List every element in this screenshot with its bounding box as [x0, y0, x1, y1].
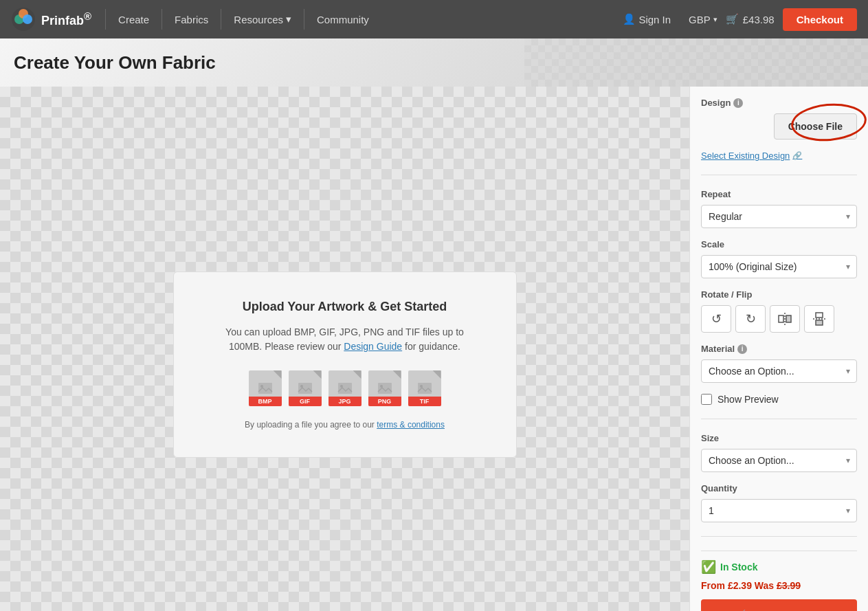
jpg-icon: JPG — [329, 368, 361, 406]
size-dropdown-wrap: Choose an Option... ▾ — [701, 449, 857, 472]
person-icon: 👤 — [623, 13, 636, 25]
material-dropdown[interactable]: Choose an Option... — [701, 359, 857, 383]
gif-label: GIF — [289, 397, 322, 406]
upload-box: Upload Your Artwork & Get Started You ca… — [173, 271, 517, 458]
rotate-ccw-button[interactable]: ↺ — [701, 305, 731, 333]
svg-rect-15 — [786, 315, 791, 322]
add-to-basket-button[interactable]: 🛒 Add to Basket — [701, 599, 857, 611]
jpg-label: JPG — [329, 397, 361, 406]
currency-selector[interactable]: GBP ▾ — [689, 14, 717, 25]
stock-section: ✅ In Stock From £2.39 Was £3.99 🛒 Add to… — [701, 551, 857, 611]
rotate-flip-buttons: ↺ ↻ — [701, 305, 857, 333]
price-row: From £2.39 Was £3.99 — [701, 580, 857, 591]
design-label: Design i — [701, 98, 857, 108]
repeat-label: Repeat — [701, 189, 857, 199]
terms-link[interactable]: terms & conditions — [377, 420, 445, 430]
size-section: Size Choose an Option... ▾ — [701, 433, 857, 472]
quantity-section: Quantity 1 2 3 ▾ — [701, 483, 857, 522]
canvas-area: Upload Your Artwork & Get Started You ca… — [0, 87, 689, 611]
scale-dropdown[interactable]: 100% (Original Size) — [701, 255, 857, 278]
sidebar-divider-3 — [701, 536, 857, 537]
material-info-icon[interactable]: i — [737, 344, 747, 354]
nav-divider-1 — [105, 9, 106, 30]
rotate-flip-section: Rotate / Flip ↺ ↻ — [701, 289, 857, 333]
main-layout: Upload Your Artwork & Get Started You ca… — [0, 87, 868, 611]
upload-description: You can upload BMP, GIF, JPG, PNG and TI… — [208, 325, 482, 354]
chevron-down-icon: ▾ — [286, 13, 291, 25]
png-icon: PNG — [368, 368, 401, 406]
gif-icon: GIF — [289, 368, 322, 406]
design-guide-link[interactable]: Design Guide — [344, 341, 402, 352]
repeat-dropdown-wrap: Regular ▾ — [701, 205, 857, 228]
nav-right: 👤 Sign In GBP ▾ 🛒 £43.98 Checkout — [613, 8, 857, 31]
price-from-label: From £2.39 Was — [701, 580, 777, 591]
size-dropdown[interactable]: Choose an Option... — [701, 449, 857, 472]
svg-rect-4 — [258, 383, 272, 394]
tif-icon: TIF — [408, 368, 441, 406]
nav-divider-3 — [221, 9, 221, 30]
bmp-icon: BMP — [249, 368, 282, 406]
nav-community[interactable]: Community — [307, 0, 379, 38]
svg-rect-17 — [816, 313, 823, 318]
sidebar-divider-1 — [701, 175, 857, 175]
svg-rect-12 — [418, 383, 432, 394]
rotate-flip-label: Rotate / Flip — [701, 289, 857, 300]
show-preview-row: Show Preview — [701, 394, 857, 405]
size-label: Size — [701, 433, 857, 443]
svg-rect-14 — [779, 315, 783, 322]
file-type-icons: BMP GIF — [208, 368, 482, 406]
nav-resources[interactable]: Resources ▾ — [224, 0, 301, 38]
price-was-label: £3.99 — [777, 580, 801, 591]
nav-signin[interactable]: 👤 Sign In — [613, 13, 680, 25]
scale-dropdown-wrap: 100% (Original Size) ▾ — [701, 255, 857, 278]
material-label: Material i — [701, 344, 857, 354]
hero-banner: Create Your Own Fabric — [0, 38, 868, 87]
bmp-label: BMP — [249, 397, 282, 406]
cart-icon: 🛒 — [726, 13, 739, 25]
nav-create[interactable]: Create — [109, 0, 159, 38]
chevron-down-icon: ▾ — [713, 15, 717, 24]
brand-logo-link[interactable]: Prinfab® — [11, 7, 91, 32]
cart-link[interactable]: 🛒 £43.98 — [726, 13, 775, 25]
quantity-dropdown[interactable]: 1 2 3 — [701, 499, 857, 522]
nav-divider-4 — [304, 9, 304, 30]
png-label: PNG — [368, 397, 401, 406]
nav-divider-2 — [162, 9, 162, 30]
sidebar-divider-2 — [701, 419, 857, 419]
show-preview-label: Show Preview — [717, 394, 779, 405]
sidebar: Design i Choose File Select Existing Des… — [689, 87, 868, 611]
navbar: Prinfab® Create Fabrics Resources ▾ Comm… — [0, 0, 868, 38]
design-info-icon[interactable]: i — [733, 98, 743, 108]
in-stock-icon: ✅ — [701, 559, 716, 575]
svg-rect-10 — [378, 383, 392, 394]
flip-vertical-button[interactable] — [804, 305, 834, 333]
svg-rect-6 — [298, 383, 312, 394]
svg-point-3 — [23, 14, 32, 24]
rotate-cw-button[interactable]: ↻ — [735, 305, 766, 333]
in-stock-label: In Stock — [720, 562, 757, 573]
flip-horizontal-button[interactable] — [770, 305, 800, 333]
scale-label: Scale — [701, 239, 857, 249]
in-stock-row: ✅ In Stock — [701, 559, 857, 575]
material-dropdown-wrap: Choose an Option... ▾ — [701, 359, 857, 383]
brand-name: Prinfab® — [41, 10, 91, 28]
checkout-button[interactable]: Checkout — [783, 8, 857, 31]
tif-label: TIF — [408, 397, 441, 406]
repeat-dropdown[interactable]: Regular — [701, 205, 857, 228]
scale-section: Scale 100% (Original Size) ▾ — [701, 239, 857, 278]
choose-file-wrap: Choose File — [701, 113, 857, 140]
repeat-section: Repeat Regular ▾ — [701, 189, 857, 228]
material-section: Material i Choose an Option... ▾ — [701, 344, 857, 383]
select-existing-design-link[interactable]: Select Existing Design 🔗 — [701, 151, 857, 161]
design-section: Design i Choose File — [701, 98, 857, 140]
show-preview-checkbox[interactable] — [701, 394, 712, 405]
quantity-dropdown-wrap: 1 2 3 ▾ — [701, 499, 857, 522]
upload-terms: By uploading a file you agree to our ter… — [208, 420, 482, 430]
nav-fabrics[interactable]: Fabrics — [165, 0, 218, 38]
svg-rect-18 — [816, 320, 823, 325]
prinfab-logo — [11, 7, 36, 32]
svg-rect-8 — [338, 383, 352, 394]
choose-file-button[interactable]: Choose File — [774, 113, 857, 140]
external-link-icon: 🔗 — [792, 151, 802, 160]
quantity-label: Quantity — [701, 483, 857, 493]
